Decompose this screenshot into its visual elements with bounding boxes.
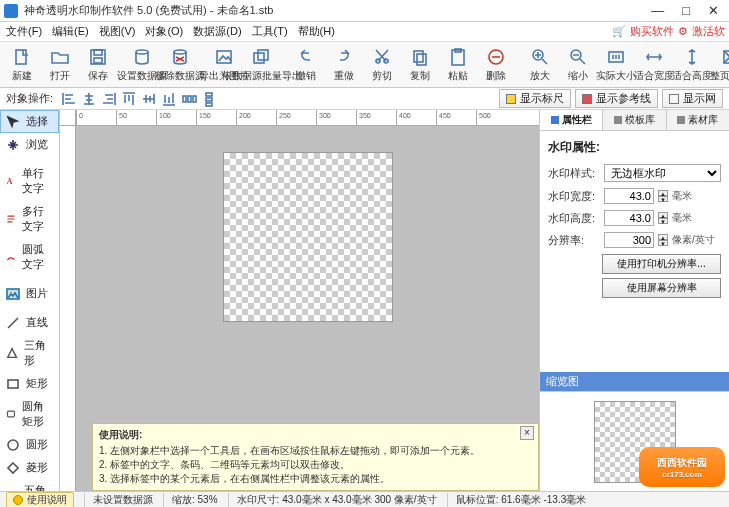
style-select[interactable]: 无边框水印 — [604, 164, 721, 182]
dist-v-icon[interactable] — [201, 91, 217, 107]
cart-icon[interactable]: 🛒 — [612, 25, 626, 38]
dpi-input[interactable] — [604, 232, 654, 248]
tool-image[interactable]: 图片 — [0, 282, 59, 305]
status-datasource: 未设置数据源 — [84, 493, 153, 507]
paste-button[interactable]: 粘贴 — [440, 44, 476, 86]
fit-w-button[interactable]: 适合宽度 — [636, 44, 672, 86]
cut-button[interactable]: 剪切 — [364, 44, 400, 86]
tool-rect-label: 矩形 — [26, 376, 48, 391]
del-ds-button[interactable]: 移除数据源 — [162, 44, 198, 86]
fit-h-button[interactable]: 适合高度 — [674, 44, 710, 86]
tool-text-arc[interactable]: 圆弧文字 — [0, 238, 59, 276]
dist-h-icon[interactable] — [181, 91, 197, 107]
menu-file[interactable]: 文件(F) — [6, 24, 42, 39]
svg-rect-22 — [193, 96, 196, 102]
tool-rect[interactable]: 矩形 — [0, 372, 59, 395]
menu-tools[interactable]: 工具(T) — [252, 24, 288, 39]
save-button[interactable]: 保存 — [80, 44, 116, 86]
menu-object[interactable]: 对象(O) — [145, 24, 183, 39]
watermark-canvas[interactable] — [223, 152, 393, 322]
actual-button[interactable]: 实际大小 — [598, 44, 634, 86]
style-label: 水印样式: — [548, 166, 600, 181]
export-batch-button[interactable]: 依数据源批量导出 — [244, 44, 280, 86]
svg-rect-8 — [258, 50, 268, 60]
dpi-spin-down[interactable]: ▼ — [658, 240, 668, 246]
zoom-out-button[interactable]: 缩小 — [560, 44, 596, 86]
close-button[interactable]: ✕ — [708, 3, 719, 18]
svg-point-5 — [174, 50, 186, 54]
minimize-button[interactable]: — — [651, 3, 664, 18]
props-heading: 水印属性: — [548, 139, 721, 156]
use-screen-dpi-button[interactable]: 使用屏幕分辨率 — [602, 278, 721, 298]
show-ruler-icon — [506, 94, 516, 104]
align-left-icon[interactable] — [61, 91, 77, 107]
redo-button[interactable]: 重做 — [326, 44, 362, 86]
menu-view[interactable]: 视图(V) — [99, 24, 136, 39]
canvas-area[interactable]: × 使用说明: 1. 左侧对象栏中选择一个工具后，在画布区域按住鼠标左键拖动，即… — [76, 126, 539, 491]
tool-triangle[interactable]: 三角形 — [0, 334, 59, 372]
show-grid-label: 显示网 — [683, 91, 716, 106]
tool-line[interactable]: 直线 — [0, 311, 59, 334]
status-size: 水印尺寸: 43.0毫米 x 43.0毫米 300 像素/英寸 — [228, 493, 437, 507]
menu-datasource[interactable]: 数据源(D) — [193, 24, 241, 39]
fullpage-button[interactable]: 整页显示 — [712, 44, 729, 86]
usage-hint-box: × 使用说明: 1. 左侧对象栏中选择一个工具后，在画布区域按住鼠标左键拖动，即… — [92, 423, 539, 491]
buy-link[interactable]: 购买软件 — [630, 24, 674, 39]
workarea: 选择浏览A单行文字多行文字圆弧文字图片直线三角形矩形圆角矩形圆形菱形五角星 05… — [0, 110, 729, 491]
fit-h-label: 适合高度 — [672, 69, 712, 83]
tool-diamond-label: 菱形 — [26, 460, 48, 475]
usage-pill[interactable]: 使用说明 — [6, 492, 74, 508]
svg-rect-11 — [414, 51, 423, 62]
align-right-icon[interactable] — [101, 91, 117, 107]
tool-round-rect[interactable]: 圆角矩形 — [0, 395, 59, 433]
tab-props-icon — [551, 116, 559, 124]
activate-link[interactable]: 激活软 — [692, 24, 725, 39]
width-input[interactable] — [604, 188, 654, 204]
tool-marquee[interactable]: 浏览 — [0, 133, 59, 156]
redo-icon — [334, 47, 354, 67]
height-spin-down[interactable]: ▼ — [658, 218, 668, 224]
height-input[interactable] — [604, 210, 654, 226]
rect-icon — [6, 377, 20, 391]
zoom-out-label: 缩小 — [568, 69, 588, 83]
open-icon — [50, 47, 70, 67]
use-printer-dpi-button[interactable]: 使用打印机分辨率... — [602, 254, 721, 274]
tool-select[interactable]: 选择 — [0, 110, 59, 133]
tool-circle[interactable]: 圆形 — [0, 433, 59, 456]
align-bottom-icon[interactable] — [161, 91, 177, 107]
tool-star[interactable]: 五角星 — [0, 479, 59, 491]
hint-close-button[interactable]: × — [520, 426, 534, 440]
open-button[interactable]: 打开 — [42, 44, 78, 86]
logo-url: cr173.com — [662, 470, 702, 479]
align-middle-icon[interactable] — [141, 91, 157, 107]
activate-icon[interactable]: ⚙ — [678, 25, 688, 38]
svg-point-28 — [10, 291, 12, 293]
tab-tpl[interactable]: 模板库 — [603, 110, 666, 130]
tool-text-multi[interactable]: 多行文字 — [0, 200, 59, 238]
save-label: 保存 — [88, 69, 108, 83]
tool-text-single[interactable]: A单行文字 — [0, 162, 59, 200]
maximize-button[interactable]: □ — [682, 3, 690, 18]
align-center-icon[interactable] — [81, 91, 97, 107]
show-grid-toggle[interactable]: 显示网 — [662, 89, 723, 108]
fit-w-icon — [644, 47, 664, 67]
tab-props[interactable]: 属性栏 — [540, 110, 603, 130]
width-spin-down[interactable]: ▼ — [658, 196, 668, 202]
status-bar: 使用说明 未设置数据源 缩放: 53% 水印尺寸: 43.0毫米 x 43.0毫… — [0, 491, 729, 507]
tool-marquee-label: 浏览 — [26, 137, 48, 152]
show-grid-icon — [669, 94, 679, 104]
show-guides-toggle[interactable]: 显示参考线 — [575, 89, 658, 108]
set-ds-icon — [132, 47, 152, 67]
align-top-icon[interactable] — [121, 91, 137, 107]
new-button[interactable]: 新建 — [4, 44, 40, 86]
menu-edit[interactable]: 编辑(E) — [52, 24, 89, 39]
right-tabs: 属性栏模板库素材库 — [540, 110, 729, 131]
menu-help[interactable]: 帮助(H) — [298, 24, 335, 39]
tab-assets[interactable]: 素材库 — [667, 110, 729, 130]
delete-button[interactable]: 删除 — [478, 44, 514, 86]
show-ruler-toggle[interactable]: 显示标尺 — [499, 89, 571, 108]
tool-diamond[interactable]: 菱形 — [0, 456, 59, 479]
zoom-in-button[interactable]: 放大 — [522, 44, 558, 86]
copy-button[interactable]: 复制 — [402, 44, 438, 86]
undo-button[interactable]: 撤销 — [288, 44, 324, 86]
